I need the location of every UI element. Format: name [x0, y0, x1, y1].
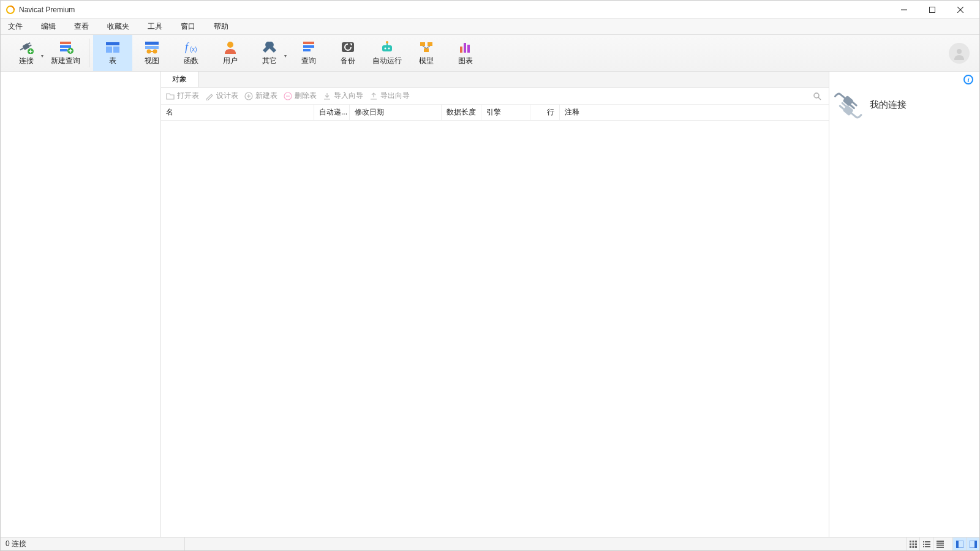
column-header-modify-date[interactable]: 修改日期 — [350, 105, 442, 120]
my-connections-section: 我的连接 — [829, 88, 979, 119]
toolbar-chart-button[interactable]: 图表 — [446, 35, 485, 71]
model-icon — [418, 40, 434, 54]
info-panel: i 我的连接 — [829, 72, 979, 537]
toolbar-chart-label: 图表 — [458, 56, 473, 66]
object-sub-toolbar: 打开表 设计表 新建表 删除表 导入向导 导出向导 — [161, 88, 829, 105]
column-header-auto-increment[interactable]: 自动递... — [314, 105, 350, 120]
user-avatar-button[interactable] — [949, 43, 970, 64]
import-wizard-label: 导入向导 — [334, 91, 363, 101]
svg-rect-44 — [460, 47, 462, 53]
new-table-button[interactable]: 新建表 — [244, 91, 277, 101]
svg-rect-46 — [467, 45, 470, 53]
svg-rect-39 — [420, 42, 425, 46]
column-header-rows[interactable]: 行 — [530, 105, 560, 120]
svg-rect-65 — [912, 543, 914, 545]
svg-text:(x): (x) — [190, 46, 197, 53]
toolbar-autorun-button[interactable]: 自动运行 — [368, 35, 407, 71]
toolbar-view-label: 视图 — [145, 56, 159, 66]
design-table-button[interactable]: 设计表 — [205, 91, 238, 101]
toolbar-user-button[interactable]: 用户 — [211, 35, 250, 71]
menu-edit[interactable]: 编辑 — [37, 20, 59, 33]
view-mode-list-button[interactable] — [919, 538, 933, 551]
info-panel-header: i — [829, 72, 979, 88]
svg-rect-14 — [60, 49, 67, 51]
delete-table-label: 删除表 — [295, 91, 317, 101]
svg-rect-66 — [915, 543, 917, 545]
status-connection-count: 0 连接 — [1, 538, 184, 550]
svg-point-28 — [227, 42, 233, 48]
connection-tree-panel[interactable] — [1, 72, 161, 537]
svg-rect-67 — [910, 546, 911, 548]
minimize-button[interactable] — [890, 1, 918, 19]
toolbar-table-label: 表 — [109, 56, 116, 66]
menu-favorites[interactable]: 收藏夹 — [104, 20, 133, 33]
delete-table-button[interactable]: 删除表 — [284, 91, 317, 101]
toolbar-connection-button[interactable]: 连接 ▾ — [7, 35, 46, 71]
svg-line-8 — [20, 48, 23, 50]
svg-rect-45 — [464, 43, 466, 53]
dropdown-caret-icon: ▾ — [41, 53, 43, 59]
column-header-engine[interactable]: 引擎 — [481, 105, 530, 120]
menu-tools[interactable]: 工具 — [144, 20, 166, 33]
toolbar-new-query-label: 新建查询 — [51, 56, 80, 66]
search-icon — [813, 92, 821, 100]
new-table-label: 新建表 — [255, 91, 277, 101]
toolbar-other-button[interactable]: 其它 ▾ — [250, 35, 289, 71]
toolbar-view-button[interactable]: 视图 — [132, 35, 172, 71]
svg-rect-12 — [60, 42, 71, 44]
svg-rect-68 — [912, 546, 914, 548]
open-table-button[interactable]: 打开表 — [166, 91, 199, 101]
panel-toggle-right-button[interactable] — [966, 538, 979, 551]
main-toolbar: 连接 ▾ 新建查询 表 视图 f(x) 函数 用户 其它 ▾ 查询 备份 自动运… — [1, 35, 979, 72]
svg-line-7 — [29, 45, 31, 46]
query-icon — [301, 40, 317, 54]
import-wizard-button[interactable]: 导入向导 — [323, 91, 363, 101]
search-button[interactable] — [813, 92, 824, 100]
export-wizard-button[interactable]: 导出向导 — [369, 91, 410, 101]
new-query-icon — [58, 40, 74, 54]
menu-help[interactable]: 帮助 — [210, 20, 232, 33]
toolbar-query-label: 查询 — [301, 56, 316, 66]
info-icon[interactable]: i — [963, 75, 973, 84]
column-header-data-length[interactable]: 数据长度 — [442, 105, 481, 120]
svg-rect-64 — [910, 543, 911, 545]
import-icon — [323, 92, 331, 100]
column-header-name[interactable]: 名 — [161, 105, 314, 120]
menu-file[interactable]: 文件 — [4, 20, 26, 33]
svg-rect-73 — [925, 544, 930, 545]
view-mode-grid-button[interactable] — [906, 538, 919, 551]
maximize-button[interactable] — [918, 1, 946, 19]
svg-point-36 — [388, 47, 390, 49]
column-header-comment[interactable]: 注释 — [560, 105, 639, 120]
svg-rect-83 — [974, 541, 977, 548]
app-title: Navicat Premium — [19, 6, 75, 14]
svg-text:f: f — [185, 41, 190, 53]
svg-point-35 — [385, 47, 386, 49]
design-table-label: 设计表 — [216, 91, 238, 101]
view-mode-detail-button[interactable] — [933, 538, 946, 551]
menu-bar: 文件 编辑 查看 收藏夹 工具 窗口 帮助 — [1, 19, 979, 35]
table-grid-body[interactable] — [161, 121, 829, 537]
connection-plug-icon — [834, 90, 864, 119]
svg-point-23 — [147, 49, 151, 53]
svg-rect-74 — [923, 546, 924, 547]
svg-line-54 — [818, 97, 821, 100]
panel-toggle-left-button[interactable] — [952, 538, 966, 551]
svg-line-56 — [853, 102, 856, 105]
menu-window[interactable]: 窗口 — [177, 20, 199, 33]
menu-view[interactable]: 查看 — [70, 20, 92, 33]
toolbar-new-query-button[interactable]: 新建查询 — [46, 35, 85, 71]
tab-objects[interactable]: 对象 — [161, 72, 198, 87]
toolbar-function-button[interactable]: f(x) 函数 — [172, 35, 211, 71]
close-button[interactable] — [946, 1, 974, 19]
robot-icon — [379, 40, 395, 54]
toolbar-table-button[interactable]: 表 — [93, 35, 132, 71]
svg-rect-79 — [937, 547, 944, 548]
toolbar-query-button[interactable]: 查询 — [289, 35, 328, 71]
toolbar-backup-button[interactable]: 备份 — [328, 35, 368, 71]
table-icon — [105, 40, 121, 54]
svg-rect-78 — [937, 544, 944, 545]
main-area: 对象 打开表 设计表 新建表 删除表 导入向导 — [1, 72, 979, 537]
svg-rect-81 — [956, 541, 959, 548]
toolbar-model-button[interactable]: 模型 — [407, 35, 446, 71]
